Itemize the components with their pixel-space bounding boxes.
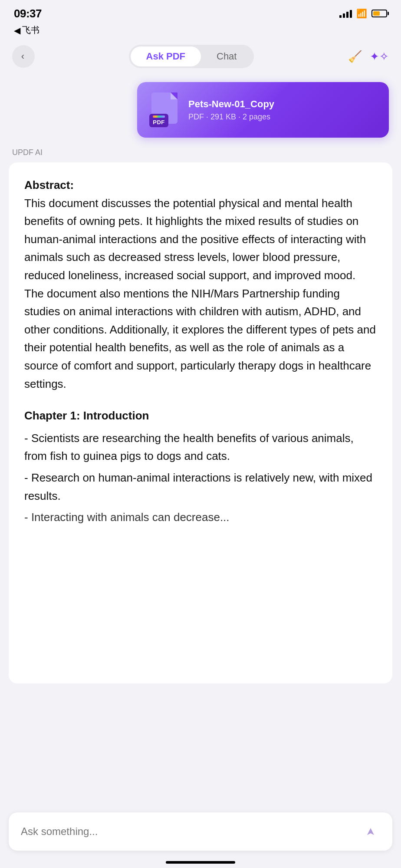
- ai-label-row: UPDF AI: [0, 148, 401, 162]
- tab-switcher: Ask PDF Chat: [129, 45, 254, 68]
- pdf-badge-rainbow: [153, 116, 165, 118]
- response-card: Abstract: This document discusses the po…: [9, 162, 392, 683]
- carrier-row: ◀ 飞书: [0, 24, 401, 40]
- ai-label: UPDF AI: [12, 148, 43, 157]
- status-bar: 09:37 📶: [0, 0, 401, 24]
- chapter1-bullet-3: - Interacting with animals can decrease.…: [24, 508, 377, 527]
- chapter1: Chapter 1: Introduction - Scientists are…: [24, 407, 377, 527]
- input-bar: [9, 812, 392, 851]
- back-button[interactable]: ‹: [12, 45, 35, 68]
- send-icon: [364, 825, 378, 838]
- pdf-badge-text: PDF: [153, 119, 165, 125]
- send-button[interactable]: [361, 822, 380, 841]
- tab-ask-pdf[interactable]: Ask PDF: [131, 46, 201, 66]
- pdf-meta: PDF · 291 KB · 2 pages: [188, 112, 377, 122]
- pdf-filename: Pets-New-01_Copy: [188, 99, 377, 110]
- pdf-card[interactable]: PDF Pets-New-01_Copy PDF · 291 KB · 2 pa…: [137, 82, 389, 138]
- back-arrow-carrier: ◀: [14, 25, 20, 36]
- wifi-icon: 📶: [356, 8, 367, 19]
- pdf-card-wrapper: PDF Pets-New-01_Copy PDF · 291 KB · 2 pa…: [0, 73, 401, 148]
- battery-icon: [371, 10, 387, 17]
- chat-input[interactable]: [21, 825, 361, 838]
- tab-chat[interactable]: Chat: [201, 46, 252, 66]
- signal-icon: [339, 9, 352, 18]
- chapter1-title: Chapter 1: Introduction: [24, 407, 377, 425]
- response-text: Abstract: This document discusses the po…: [24, 176, 377, 527]
- status-time: 09:37: [14, 7, 42, 20]
- sparkle-icon[interactable]: ✦✧: [370, 50, 389, 63]
- pdf-badge: PDF: [149, 114, 168, 127]
- pdf-icon-container: PDF: [149, 92, 180, 127]
- carrier-name: 飞书: [22, 24, 39, 36]
- chapter1-bullet-2: - Research on human-animal interactions …: [24, 469, 377, 505]
- input-bar-wrapper: [0, 805, 401, 868]
- abstract-title: Abstract:: [24, 176, 377, 195]
- home-indicator: [166, 861, 235, 864]
- brush-icon[interactable]: 🧹: [348, 50, 362, 63]
- abstract-paragraph: Abstract: This document discusses the po…: [24, 176, 377, 393]
- pdf-info: Pets-New-01_Copy PDF · 291 KB · 2 pages: [188, 99, 377, 122]
- abstract-body: This document discusses the potential ph…: [24, 197, 376, 390]
- back-chevron-icon: ‹: [21, 51, 24, 62]
- chapter1-bullet-1: - Scientists are researching the health …: [24, 429, 377, 465]
- carrier-back: ◀ 飞书: [14, 24, 39, 36]
- status-icons: 📶: [339, 8, 387, 19]
- nav-actions: 🧹 ✦✧: [348, 50, 389, 63]
- nav-bar: ‹ Ask PDF Chat 🧹 ✦✧: [0, 40, 401, 73]
